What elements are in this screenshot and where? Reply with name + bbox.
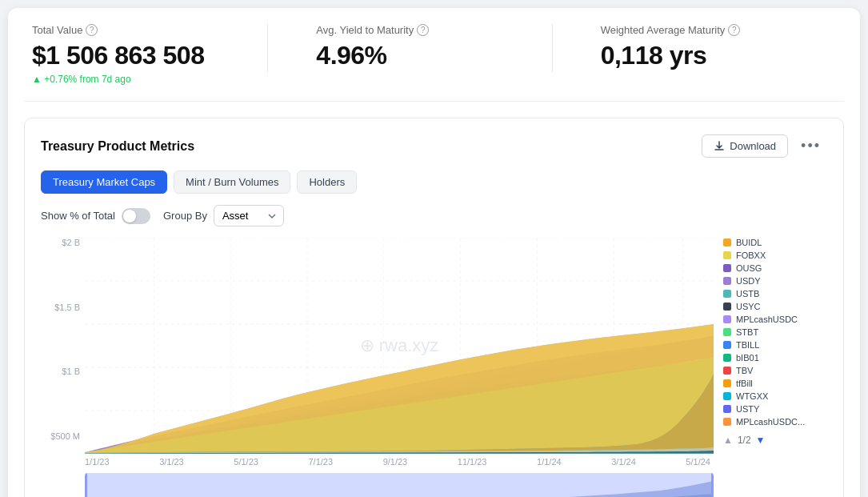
legend-item-fobxx: FOBXX [723,251,827,260]
legend-item-mplcash2: MPLcashUSDC... [723,417,827,427]
y-label-2b: $2 B [41,238,85,247]
x-label-5: 9/1/23 [383,457,408,467]
total-value-block: Total Value ? $1 506 863 508 ▲ +0.76% fr… [32,24,267,85]
legend-item-ousg: OUSG [723,263,827,273]
legend-item-usyc: USYC [723,302,827,311]
y-axis: $2 B $1,5 B $1 B $500 M $0 K [41,238,85,497]
avg-yield-help-icon[interactable]: ? [417,24,429,36]
change-arrow: ▲ [32,74,42,85]
page-triangle-icon: ▲ [723,435,733,446]
legend-dot-fobxx [723,251,731,259]
controls-row: Show % of Total Group By Asset Protocol … [41,205,827,226]
total-value-change: ▲ +0.76% from 7d ago [32,74,267,85]
tab-holders[interactable]: Holders [297,170,357,194]
legend-nav: ▲ 1/2 ▼ [723,435,827,446]
y-label-15b: $1,5 B [41,303,85,312]
x-label-8: 3/1/24 [611,457,636,467]
x-label-2: 3/1/23 [159,457,184,467]
chart-plot: ⊕ rwa.xyz [85,238,714,454]
weighted-maturity-label: Weighted Average Maturity ? [601,24,836,36]
chart-header: Treasury Product Metrics Download ••• [41,134,827,158]
download-button[interactable]: Download [702,134,788,158]
legend-dot-usty [723,405,731,413]
x-label-7: 1/1/24 [537,457,562,467]
legend-item-ustb: USTB [723,289,827,299]
download-icon [714,141,725,152]
legend-dot-stbt [723,328,731,336]
x-label-9: 5/1/24 [686,457,710,467]
legend-item-tfbill: tfBill [723,379,827,388]
show-percent-control: Show % of Total [41,208,150,224]
legend-dot-buidl [723,238,731,246]
y-label-1b: $1 B [41,367,85,376]
legend-dot-bib01 [723,354,731,362]
x-label-3: 5/1/23 [234,457,258,467]
x-label-1: 1/1/23 [85,457,110,467]
legend-dot-tbv [723,367,731,375]
chart-main: $2 B $1,5 B $1 B $500 M $0 K ⊕ rwa.xyz [41,238,714,497]
legend: BUIDL FOBXX OUSG USDY USTB [723,238,827,497]
legend-item-usty: USTY [723,404,827,414]
tab-mint-burn-volumes[interactable]: Mint / Burn Volumes [174,170,290,194]
tab-treasury-market-caps[interactable]: Treasury Market Caps [41,170,167,194]
legend-item-tbv: TBV [723,366,827,375]
tab-row: Treasury Market Caps Mint / Burn Volumes… [41,170,827,194]
x-label-4: 7/1/23 [308,457,333,467]
legend-dot-mplcash2 [723,418,731,426]
legend-item-usdy: USDY [723,276,827,286]
legend-item-tbill: TBILL [723,340,827,350]
legend-item-buidl: BUIDL [723,238,827,247]
weighted-maturity-value: 0,118 yrs [601,41,836,70]
x-axis: 1/1/23 3/1/23 5/1/23 7/1/23 9/1/23 11/1/… [85,457,714,467]
y-label-500m: $500 M [41,431,85,441]
metrics-row: Total Value ? $1 506 863 508 ▲ +0.76% fr… [24,24,844,102]
chart-section: Treasury Product Metrics Download ••• Tr… [24,118,844,497]
total-value-help-icon[interactable]: ? [86,24,98,36]
group-by-select[interactable]: Asset Protocol Chain [214,205,284,226]
avg-yield-value: 4.96% [316,41,551,70]
chart-title: Treasury Product Metrics [41,139,194,154]
minimap-handle[interactable] [85,473,714,497]
legend-dot-tfbill [723,379,731,387]
legend-dot-ousg [723,264,731,272]
show-percent-toggle[interactable] [122,208,150,224]
legend-item-wtgxx: WTGXX [723,391,827,401]
legend-dot-tbill [723,341,731,349]
avg-yield-block: Avg. Yield to Maturity ? 4.96% [268,24,551,85]
group-by-control: Group By Asset Protocol Chain [163,205,284,226]
legend-dot-wtgxx [723,392,731,400]
weighted-maturity-block: Weighted Average Maturity ? 0,118 yrs [553,24,836,85]
legend-dot-mplcash [723,315,731,323]
total-value-label: Total Value ? [32,24,267,36]
page-down-triangle-icon[interactable]: ▼ [756,435,766,446]
legend-page-indicator: 1/2 [738,435,751,446]
total-value: $1 506 863 508 [32,41,267,70]
chart-actions: Download ••• [702,134,827,158]
legend-item-mplcash: MPLcashUSDC [723,315,827,324]
legend-dot-usdy [723,277,731,285]
chart-area: $2 B $1,5 B $1 B $500 M $0 K ⊕ rwa.xyz [41,238,827,497]
x-label-6: 11/1/23 [458,457,487,467]
legend-dot-ustb [723,290,731,298]
legend-item-bib01: bIB01 [723,353,827,363]
legend-dot-usyc [723,303,731,311]
main-container: Total Value ? $1 506 863 508 ▲ +0.76% fr… [8,8,860,497]
more-options-button[interactable]: ••• [794,134,827,158]
chart-svg [85,238,714,454]
legend-item-stbt: STBT [723,327,827,337]
minimap[interactable] [85,473,714,497]
avg-yield-label: Avg. Yield to Maturity ? [316,24,551,36]
weighted-maturity-help-icon[interactable]: ? [728,24,740,36]
